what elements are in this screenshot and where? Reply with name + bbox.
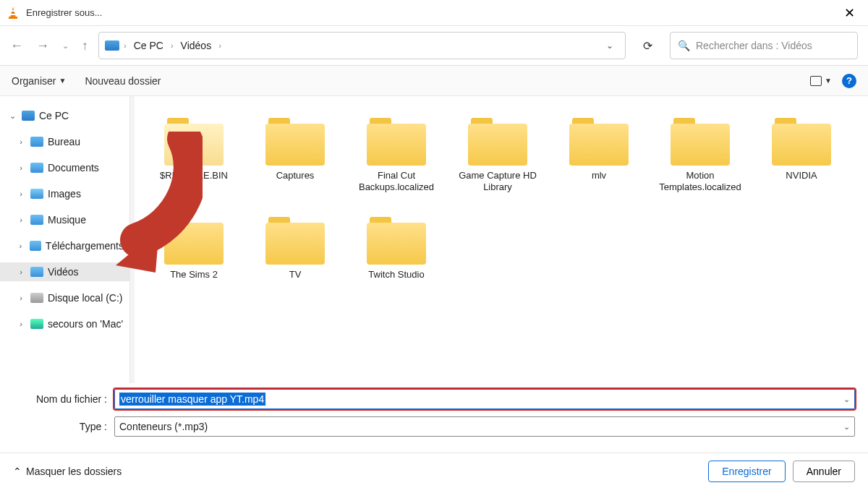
folder-label: mlv <box>592 170 606 193</box>
type-dropdown[interactable]: ⌄ <box>843 422 850 432</box>
sidebar-item-musique[interactable]: ›Musique <box>0 210 129 229</box>
breadcrumb[interactable]: › Ce PC › Vidéos › ⌄ <box>98 32 626 59</box>
chevron-right-icon: › <box>16 294 26 302</box>
sidebar-item-label: Ce PC <box>39 110 69 121</box>
folder-icon <box>263 115 328 166</box>
vlc-app-icon <box>6 6 20 20</box>
chevron-right-icon: › <box>16 137 26 146</box>
hide-folders-button[interactable]: ⌃ Masquer les dossiers <box>13 466 122 477</box>
folder-item[interactable]: NVIDIA <box>751 111 852 210</box>
cancel-button[interactable]: Annuler <box>793 461 855 482</box>
close-button[interactable]: ✕ <box>837 2 862 24</box>
folder-label: $RECYCLE.BIN <box>160 170 228 193</box>
svg-rect-2 <box>12 10 15 12</box>
sidebar-item-label: Téléchargements <box>46 240 124 252</box>
chevron-right-icon: › <box>16 241 25 250</box>
folder-icon <box>465 115 530 166</box>
folder-icon <box>263 214 328 265</box>
sidebar-item-bureau[interactable]: ›Bureau <box>0 132 129 151</box>
folder-label: The Sims 2 <box>170 269 218 292</box>
filename-dropdown[interactable]: ⌄ <box>843 395 850 404</box>
folder-item[interactable]: Twitch Studio <box>346 210 447 308</box>
chevron-right-icon: › <box>171 41 174 50</box>
folder-item[interactable]: Motion Templates.localized <box>650 111 751 210</box>
folder-item[interactable]: TV <box>244 210 346 308</box>
sidebar-root-ce-pc[interactable]: ⌄ Ce PC <box>0 106 129 125</box>
folder-icon <box>769 115 834 166</box>
folder-grid: $RECYCLE.BINCapturesFinal Cut Backups.lo… <box>143 111 859 308</box>
folder-icon <box>30 267 43 277</box>
navbar: ← → ⌄ ↑ › Ce PC › Vidéos › ⌄ ⟳ 🔍 Recherc… <box>0 26 868 66</box>
sidebar-item-label: Bureau <box>48 136 80 147</box>
folder-icon <box>30 319 43 329</box>
sidebar-item-label: Disque local (C:) <box>48 292 122 304</box>
sidebar-item-label: secours on 'Mac' <box>48 318 123 330</box>
search-placeholder: Rechercher dans : Vidéos <box>696 40 812 51</box>
help-button[interactable]: ? <box>842 74 856 88</box>
crumb-root[interactable]: Ce PC <box>131 38 166 53</box>
filename-value: verrouiller masquer app YT.mp4 <box>119 393 265 406</box>
back-button[interactable]: ← <box>10 38 23 53</box>
organize-button[interactable]: Organiser ▼ <box>12 75 66 87</box>
folder-icon <box>30 293 43 303</box>
folder-item[interactable]: Final Cut Backups.localized <box>346 111 447 210</box>
sidebar-item-vid-os[interactable]: ›Vidéos <box>0 262 129 281</box>
sidebar-item-disque-local-c-[interactable]: ›Disque local (C:) <box>0 288 129 307</box>
filename-label: Nom du fichier : <box>13 393 114 405</box>
titlebar: Enregistrer sous... ✕ <box>0 0 868 26</box>
sidebar-item-documents[interactable]: ›Documents <box>0 158 129 177</box>
chevron-right-icon: › <box>16 267 26 276</box>
save-button[interactable]: Enregistrer <box>708 461 785 482</box>
folder-label: Motion Templates.localized <box>650 170 751 194</box>
chevron-right-icon: › <box>124 41 127 50</box>
chevron-right-icon: › <box>16 163 26 172</box>
chevron-right-icon: › <box>16 320 26 328</box>
folder-item[interactable]: The Sims 2 <box>143 210 244 308</box>
up-button[interactable]: ↑ <box>82 38 88 53</box>
window-title: Enregistrer sous... <box>26 7 103 18</box>
pc-icon <box>105 40 119 51</box>
breadcrumb-dropdown[interactable]: ⌄ <box>600 40 619 51</box>
chevron-right-icon: › <box>218 41 221 50</box>
chevron-right-icon: › <box>16 215 26 224</box>
chevron-down-icon: ⌄ <box>7 111 17 121</box>
forward-button[interactable]: → <box>36 38 49 53</box>
toolbar: Organiser ▼ Nouveau dossier ▼ ? <box>0 66 868 96</box>
folder-item[interactable]: Game Capture HD Library <box>447 111 548 210</box>
view-mode-button[interactable]: ▼ <box>810 76 832 86</box>
sidebar-item-secours-on-mac-[interactable]: ›secours on 'Mac' <box>0 314 129 333</box>
folder-icon <box>30 241 41 251</box>
crumb-current[interactable]: Vidéos <box>178 38 215 53</box>
type-select[interactable]: Conteneurs (*.mp3) ⌄ <box>114 416 855 437</box>
folder-label: Final Cut Backups.localized <box>346 170 447 194</box>
recent-dropdown[interactable]: ⌄ <box>62 41 69 51</box>
folder-label: Game Capture HD Library <box>447 170 548 194</box>
sidebar-item-images[interactable]: ›Images <box>0 184 129 203</box>
folder-item[interactable]: mlv <box>548 111 650 210</box>
svg-rect-1 <box>9 17 17 19</box>
folder-icon <box>30 189 43 199</box>
nav-arrows: ← → ⌄ ↑ <box>10 38 88 53</box>
folder-item[interactable]: Captures <box>244 111 346 210</box>
sidebar-item-label: Vidéos <box>48 266 79 278</box>
folder-icon <box>668 115 733 166</box>
folder-icon <box>566 115 631 166</box>
search-icon: 🔍 <box>678 40 690 51</box>
sidebar-item-label: Documents <box>48 162 99 174</box>
layout-icon <box>810 76 822 86</box>
folder-icon <box>30 215 43 225</box>
folder-label: NVIDIA <box>786 170 817 193</box>
sidebar-item-label: Musique <box>48 214 86 226</box>
chevron-right-icon: › <box>16 189 26 198</box>
save-fields: Nom du fichier : verrouiller masquer app… <box>0 383 868 453</box>
refresh-button[interactable]: ⟳ <box>636 39 660 53</box>
footer: ⌃ Masquer les dossiers Enregistrer Annul… <box>0 453 868 488</box>
folder-icon <box>364 115 429 166</box>
folder-item[interactable]: $RECYCLE.BIN <box>143 111 244 210</box>
sidebar-item-t-l-chargements[interactable]: ›Téléchargements <box>0 236 129 255</box>
new-folder-button[interactable]: Nouveau dossier <box>85 75 161 87</box>
filename-input[interactable]: verrouiller masquer app YT.mp4 ⌄ <box>114 389 855 409</box>
search-box[interactable]: 🔍 Rechercher dans : Vidéos <box>670 32 858 59</box>
type-label: Type : <box>13 421 114 432</box>
folder-icon <box>161 115 226 166</box>
